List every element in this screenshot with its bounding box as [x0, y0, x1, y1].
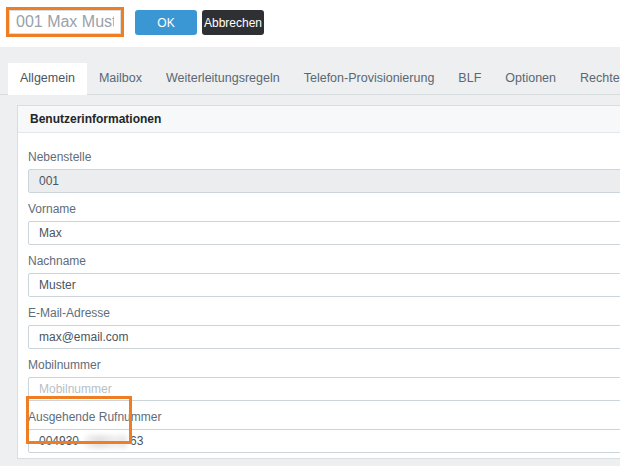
user-title-input[interactable] [9, 10, 121, 34]
tab-allgemein[interactable]: Allgemein [8, 63, 87, 95]
last-name-input[interactable] [28, 273, 620, 297]
top-bar: OK Abbrechen [0, 0, 620, 47]
user-info-panel: Benutzerinformationen Nebenstelle Vornam… [17, 105, 620, 459]
mobile-label: Mobilnummer [28, 358, 620, 372]
redacted-digits [85, 435, 127, 448]
field-outbound-number: Ausgehende Rufnummer 004930 63 [28, 410, 620, 453]
field-extension: Nebenstelle [28, 150, 620, 193]
extension-input[interactable] [28, 169, 620, 193]
title-highlight-box [6, 7, 124, 37]
tab-blf[interactable]: BLF [446, 63, 493, 94]
outbound-number-prefix: 004930 [39, 434, 79, 448]
first-name-label: Vorname [28, 202, 620, 216]
ok-button[interactable]: OK [135, 10, 197, 35]
field-email: E-Mail-Adresse [28, 306, 620, 349]
outbound-number-input[interactable]: 004930 63 [28, 429, 620, 453]
outbound-number-suffix: 63 [130, 434, 143, 448]
tab-optionen[interactable]: Optionen [493, 63, 568, 94]
mobile-input[interactable] [28, 377, 620, 401]
last-name-label: Nachname [28, 254, 620, 268]
email-label: E-Mail-Adresse [28, 306, 620, 320]
tab-mailbox[interactable]: Mailbox [87, 63, 154, 94]
email-input[interactable] [28, 325, 620, 349]
tab-weiterleitungsregeln[interactable]: Weiterleitungsregeln [154, 63, 292, 94]
section-title: Benutzerinformationen [18, 106, 620, 133]
user-info-form: Nebenstelle Vorname Nachname E-Mail-Adre… [18, 133, 620, 453]
extension-label: Nebenstelle [28, 150, 620, 164]
tab-bar: Allgemein Mailbox Weiterleitungsregeln T… [0, 62, 620, 95]
tab-telefon-provisionierung[interactable]: Telefon-Provisionierung [292, 63, 447, 94]
field-last-name: Nachname [28, 254, 620, 297]
tab-rechte[interactable]: Rechte [568, 63, 620, 94]
first-name-input[interactable] [28, 221, 620, 245]
outbound-number-label: Ausgehende Rufnummer [28, 410, 620, 424]
field-mobile: Mobilnummer [28, 358, 620, 401]
field-first-name: Vorname [28, 202, 620, 245]
cancel-button[interactable]: Abbrechen [202, 10, 264, 35]
